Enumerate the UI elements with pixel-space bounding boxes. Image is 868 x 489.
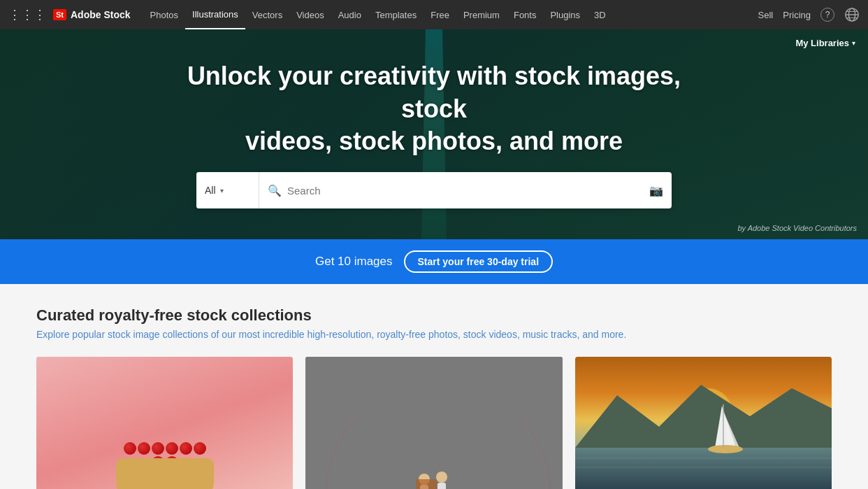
svg-point-10: [436, 472, 447, 483]
nav-fonts[interactable]: Fonts: [507, 0, 544, 29]
hero-section: My Libraries ▾ Unlock your creativity wi…: [0, 29, 868, 239]
collections-subtitle: Explore popular stock image collections …: [36, 329, 832, 340]
promo-banner: Get 10 images Start your free 30-day tri…: [0, 239, 868, 284]
collections-grid: [36, 357, 832, 489]
nav-templates[interactable]: Templates: [368, 0, 424, 29]
nav-right: Sell Pricing ?: [758, 7, 860, 22]
collection-card-rainbow[interactable]: [305, 357, 562, 489]
nav-free[interactable]: Free: [424, 0, 456, 29]
apps-grid-icon[interactable]: ⋮⋮⋮: [8, 7, 46, 22]
svg-rect-11: [437, 483, 446, 489]
rainbow-svg: [305, 357, 562, 489]
svg-rect-17: [575, 448, 832, 489]
search-bar: All ▾ 🔍 📷: [196, 172, 672, 208]
svg-rect-12: [416, 479, 437, 489]
globe-icon[interactable]: [844, 7, 860, 22]
rainbow-image: [305, 357, 562, 489]
my-libraries-label: My Libraries: [795, 38, 849, 48]
nav-photos[interactable]: Photos: [143, 0, 185, 29]
sailboat-svg: [575, 357, 832, 489]
visual-search-icon[interactable]: 📷: [649, 184, 663, 197]
logo-badge: St: [53, 9, 66, 20]
search-input-wrap: 🔍 📷: [259, 172, 672, 208]
cherry-2: [138, 442, 150, 455]
collections-section: Curated royalty-free stock collections E…: [0, 284, 868, 489]
search-icon: 🔍: [268, 184, 282, 197]
search-type-label: All: [205, 185, 216, 196]
cherries-image: [36, 357, 293, 489]
collection-card-sailboat[interactable]: [575, 357, 832, 489]
hero-content: Unlock your creativity with stock images…: [168, 60, 700, 208]
nav-audio[interactable]: Audio: [331, 0, 368, 29]
navbar: ⋮⋮⋮ St Adobe Stock Photos Illustrations …: [0, 0, 868, 29]
cherry-5: [180, 442, 192, 455]
search-input[interactable]: [287, 185, 644, 197]
my-libraries-arrow: ▾: [852, 39, 855, 47]
promo-text: Get 10 images: [315, 255, 393, 269]
logo-text: Adobe Stock: [71, 9, 131, 20]
nav-illustrations[interactable]: Illustrations: [185, 0, 245, 29]
collection-card-cherries[interactable]: [36, 357, 293, 489]
svg-point-22: [708, 445, 743, 453]
help-icon[interactable]: ?: [820, 8, 834, 22]
nav-vectors[interactable]: Vectors: [245, 0, 289, 29]
hero-attribution: by Adobe Stock Video Contributors: [737, 224, 857, 232]
search-type-dropdown[interactable]: All ▾: [196, 172, 259, 208]
nav-videos[interactable]: Videos: [289, 0, 331, 29]
cherry-3: [152, 442, 164, 455]
pricing-link[interactable]: Pricing: [783, 10, 811, 20]
cherry-4: [166, 442, 178, 455]
sailboat-image: [575, 357, 832, 489]
collections-title: Curated royalty-free stock collections: [36, 306, 832, 325]
nav-premium[interactable]: Premium: [456, 0, 507, 29]
sell-link[interactable]: Sell: [758, 10, 774, 20]
cherry-6: [194, 442, 206, 455]
nav-3d[interactable]: 3D: [587, 0, 613, 29]
nav-links: Photos Illustrations Vectors Videos Audi…: [143, 0, 758, 29]
basket-body: [116, 458, 214, 489]
my-libraries-button[interactable]: My Libraries ▾: [795, 38, 855, 48]
hero-title: Unlock your creativity with stock images…: [182, 60, 686, 158]
cherry-1: [124, 442, 136, 455]
cherry-basket: [116, 434, 214, 489]
trial-button[interactable]: Start your free 30-day trial: [404, 250, 554, 273]
nav-plugins[interactable]: Plugins: [543, 0, 587, 29]
dropdown-arrow-icon: ▾: [220, 187, 224, 194]
logo[interactable]: St Adobe Stock: [53, 9, 131, 20]
